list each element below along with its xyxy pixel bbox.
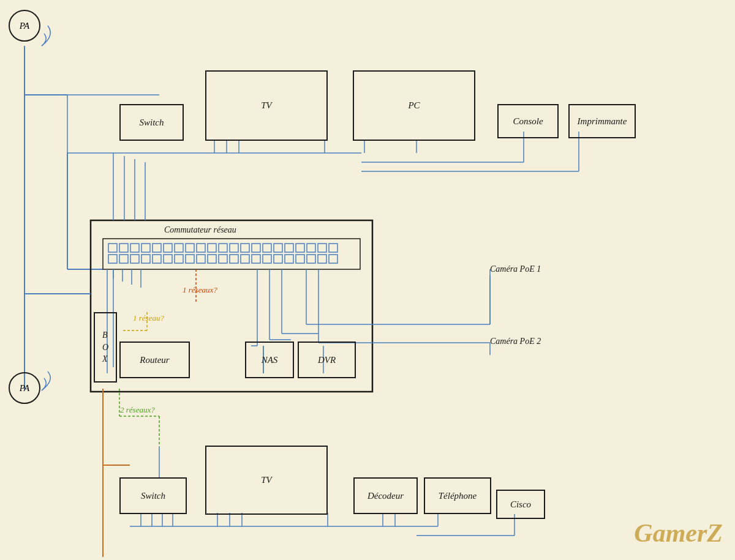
svg-rect-49 <box>219 255 227 263</box>
svg-rect-58 <box>318 255 326 263</box>
svg-rect-39 <box>108 255 117 263</box>
cisco-label: Cisco <box>510 499 531 510</box>
routeur-label: Routeur <box>140 355 169 365</box>
imprimmante-label: Imprimmante <box>578 116 627 127</box>
svg-rect-32 <box>263 244 271 252</box>
camera1-label: Caméra PoE 1 <box>490 264 541 274</box>
tv-bottom-label: TV <box>261 475 272 485</box>
tv-top-label: TV <box>261 100 272 111</box>
svg-rect-46 <box>186 255 194 263</box>
camera2-label: Caméra PoE 2 <box>490 337 541 346</box>
svg-rect-43 <box>153 255 161 263</box>
dvr-box: DVR <box>298 342 356 378</box>
svg-rect-25 <box>186 244 194 252</box>
pa-bottom-circle: PA <box>9 372 40 404</box>
svg-rect-23 <box>164 244 172 252</box>
q3-label: 2 réseaux? <box>120 405 155 415</box>
telephone-label: Téléphone <box>439 491 477 501</box>
svg-rect-51 <box>241 255 249 263</box>
svg-rect-29 <box>230 244 238 252</box>
cisco-box: Cisco <box>496 490 545 519</box>
svg-rect-18 <box>108 244 117 252</box>
decodeur-label: Décodeur <box>368 491 404 501</box>
svg-rect-22 <box>153 244 161 252</box>
svg-rect-59 <box>329 255 337 263</box>
svg-rect-57 <box>307 255 315 263</box>
svg-rect-27 <box>208 244 216 252</box>
switch-top-label: Switch <box>140 118 164 128</box>
svg-rect-33 <box>274 244 282 252</box>
nas-label: NAS <box>262 355 278 365</box>
pa-top-circle: PA <box>9 10 40 42</box>
tv-bottom-box: TV <box>205 446 328 515</box>
svg-rect-48 <box>208 255 216 263</box>
box-label: BOX <box>102 329 108 365</box>
svg-rect-56 <box>296 255 304 263</box>
svg-rect-26 <box>197 244 205 252</box>
dvr-label: DVR <box>318 355 336 365</box>
svg-rect-35 <box>296 244 304 252</box>
switch-bottom-box: Switch <box>119 477 187 514</box>
svg-rect-41 <box>130 255 139 263</box>
nas-box: NAS <box>245 342 294 378</box>
tv-top-box: TV <box>205 70 328 141</box>
imprimmante-box: Imprimmante <box>568 104 636 138</box>
svg-rect-55 <box>285 255 293 263</box>
svg-rect-45 <box>175 255 183 263</box>
pa-bottom-label: PA <box>20 383 29 394</box>
svg-rect-52 <box>252 255 260 263</box>
decodeur-box: Décodeur <box>353 477 418 514</box>
svg-rect-40 <box>119 255 128 263</box>
watermark: GamerZ <box>634 518 723 548</box>
telephone-box: Téléphone <box>424 477 491 514</box>
svg-rect-19 <box>119 244 128 252</box>
pa-top-label: PA <box>20 21 29 31</box>
switch-top-box: Switch <box>119 104 184 141</box>
svg-rect-31 <box>252 244 260 252</box>
box-device: BOX <box>94 312 117 383</box>
q2-label: 1 réseau? <box>133 313 164 323</box>
svg-rect-20 <box>130 244 139 252</box>
svg-rect-50 <box>230 255 238 263</box>
svg-rect-24 <box>175 244 183 252</box>
switch-bottom-label: Switch <box>141 491 165 501</box>
console-label: Console <box>513 116 543 127</box>
svg-rect-36 <box>307 244 315 252</box>
svg-rect-47 <box>197 255 205 263</box>
svg-rect-44 <box>164 255 172 263</box>
q1-label: 1 réseaux? <box>183 285 217 295</box>
pc-top-box: PC <box>353 70 475 141</box>
svg-rect-28 <box>219 244 227 252</box>
commutateur-label: Commutateur réseau <box>164 225 236 235</box>
svg-rect-54 <box>274 255 282 263</box>
routeur-box: Routeur <box>119 342 190 378</box>
svg-rect-21 <box>141 244 150 252</box>
pc-top-label: PC <box>408 100 420 111</box>
console-box: Console <box>497 104 559 138</box>
svg-rect-38 <box>329 244 337 252</box>
svg-rect-37 <box>318 244 326 252</box>
svg-rect-30 <box>241 244 249 252</box>
svg-rect-53 <box>263 255 271 263</box>
svg-rect-34 <box>285 244 293 252</box>
svg-rect-42 <box>141 255 150 263</box>
